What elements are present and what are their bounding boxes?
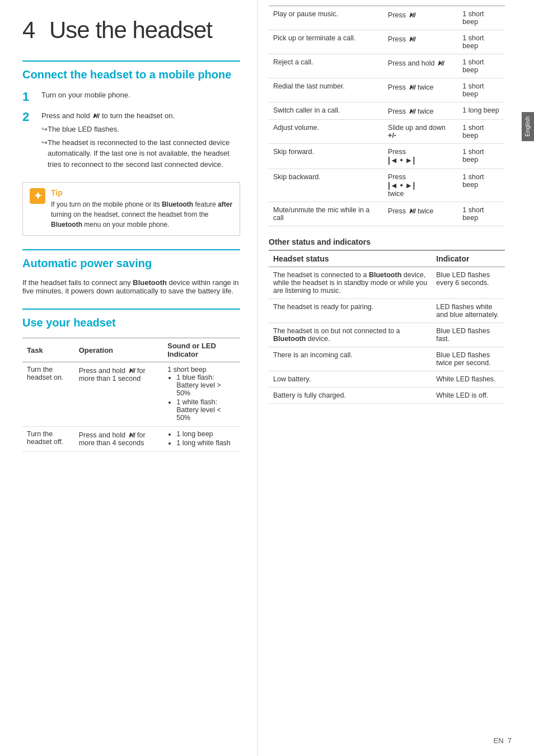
col-operation: Operation [74,338,163,362]
sound-cell: 1 short beep 1 blue flash: Battery level… [163,362,240,427]
action-operation: Press |◄ • ►|twice [383,169,458,202]
task-reject: Reject a call. [273,58,313,66]
indicator-cell: Blue LED flashes fast. [432,323,505,347]
step-1: 1 Turn on your mobile phone. [22,90,240,104]
table-row: Battery is fully charged. White LED is o… [269,388,505,404]
chapter-number: 4 [22,17,35,43]
action-task: Redial the last number. [269,78,383,102]
task-cell: Turn the headset on. [22,362,74,427]
task-skip-bwd: Skip backward. [273,173,321,181]
action-sound: 1 long beep [458,102,505,120]
action-task: Switch caller in a call. [269,102,383,120]
auto-saving-text: If the headset fails to connect any Blue… [22,278,240,295]
table-row: The headset is ready for pairing. LED fl… [269,299,505,323]
btn-icon-step2: ⏯ [92,110,100,122]
sound-skip-bwd: 1 short beep [462,173,484,189]
side-language-tab: English [522,112,534,141]
action-sound: 1 short beep [458,30,505,54]
table-row: The headset is on but not connected to a… [269,323,505,347]
indicator-1: Blue LED flashes every 6 seconds. [436,271,490,287]
status-cell: The headset is on but not connected to a… [269,323,432,347]
action-operation: Press ⏯ twice [383,78,458,102]
sound-skip-fwd: 1 short beep [462,148,484,164]
skip-fwd-icon: |◄ • ►| [388,156,415,165]
sound-play-pause: 1 short beep [462,10,484,26]
operation-turn-off: Press and hold ⏯ for more than 4 seconds [79,431,146,447]
table-row: Adjust volume. Slide up and down +/- 1 s… [269,120,505,144]
sound-cell: 1 long beep 1 long white flash [163,427,240,452]
task-turn-off: Turn the headset off. [27,430,63,446]
tip-icon-area: ✦ [30,188,45,204]
table-row: Play or pause music. Press ⏯ 1 short bee… [269,6,505,30]
step-2-number: 2 [22,110,38,124]
task-play-pause: Play or pause music. [273,10,338,18]
action-task: Reject a call. [269,54,383,78]
tip-header: Tip [51,188,233,197]
auto-saving-text-content: If the headset fails to connect any Blue… [22,278,239,295]
action-sound: 1 short beep [458,6,505,30]
skip-bwd-icon: |◄ • ►| [388,181,415,190]
step-2: 2 Press and hold ⏯ to turn the headset o… [22,110,240,172]
table-row: Skip forward. Press |◄ • ►| 1 short beep [269,144,505,169]
table-row: Reject a call. Press and hold ⏯ 1 short … [269,54,505,78]
op-pickup: Press ⏯ [388,35,415,43]
action-sound: 1 short beep [458,78,505,102]
task-skip-fwd: Skip forward. [273,148,314,156]
right-column: Play or pause music. Press ⏯ 1 short bee… [257,0,522,756]
status-3: The headset is on but not connected to a… [273,327,400,343]
sound-turn-on-item-2: 1 white flash: Battery level < 50% [176,398,236,422]
auto-saving-title: Automatic power saving [22,256,240,270]
status-cell: Battery is fully charged. [269,388,432,404]
status-cell: The headset is ready for pairing. [269,299,432,323]
connect-section-divider [22,60,240,62]
action-task: Adjust volume. [269,120,383,144]
indicator-col-header: Indicator [432,250,505,267]
action-sound: 1 short beep [458,120,505,144]
task-mute: Mute/unmute the mic while in a call [273,206,369,222]
task-pickup: Pick up or terminate a call. [273,34,355,42]
sound-turn-off-list: 1 long beep 1 long white flash [167,430,236,447]
operation-cell: Press and hold ⏯ for more than 1 second [74,362,163,427]
action-operation: Press ⏯ [383,6,458,30]
use-headset-table: Task Operation Sound or LED Indicator Tu… [22,338,240,452]
action-task: Skip backward. [269,169,383,202]
btn-icon-reject: ⏯ [437,58,444,67]
connect-steps-list: 1 Turn on your mobile phone. 2 Press and… [22,90,240,172]
tip-box: ✦ Tip If you turn on the mobile phone or… [22,182,240,236]
sound-volume: 1 short beep [462,124,484,139]
sound-turn-on-item-1: 1 blue flash: Battery level > 50% [176,374,236,397]
use-headset-table-header-row: Task Operation Sound or LED Indicator [22,338,240,362]
btn-icon-play: ⏯ [408,10,416,19]
btn-icon-on: ⏯ [128,366,135,375]
step-2-content: Press and hold ⏯ to turn the headset on.… [41,110,240,172]
op-skip-fwd: Press |◄ • ►| [388,148,415,165]
action-operation: Press ⏯ [383,30,458,54]
other-status-title: Other status and indicators [269,237,505,246]
action-sound: 1 short beep [458,202,505,226]
table-row: Mute/unmute the mic while in a call Pres… [269,202,505,226]
action-table: Play or pause music. Press ⏯ 1 short bee… [269,6,505,226]
step-1-number: 1 [22,90,38,104]
page-footer: EN 7 [493,736,512,745]
table-row: Switch caller in a call. Press ⏯ twice 1… [269,102,505,120]
use-headset-section: Use your headset Task Operation Sound or… [22,309,240,452]
auto-saving-divider [22,249,240,250]
footer-lang: EN [493,736,503,745]
btn-icon-switch: ⏯ [408,106,416,115]
operation-turn-on: Press and hold ⏯ for more than 1 second [79,367,146,382]
indicator-cell: Blue LED flashes every 6 seconds. [432,267,505,299]
btn-icon-mute: ⏯ [408,206,416,215]
status-table-header-row: Headset status Indicator [269,250,505,267]
table-row: Low battery. White LED flashes. [269,371,505,388]
action-sound: 1 short beep [458,54,505,78]
action-sound: 1 short beep [458,169,505,202]
indicator-cell: Blue LED flashes twice per second. [432,347,505,371]
step-2-arrow-2: The headset is reconnected to the last c… [41,137,240,170]
side-tab-label: English [524,116,531,137]
left-column: 4 Use the headset Connect the headset to… [0,0,257,756]
btn-icon-off: ⏯ [128,430,135,439]
action-task: Play or pause music. [269,6,383,30]
op-skip-bwd: Press |◄ • ►|twice [388,173,415,198]
task-cell: Turn the headset off. [22,427,74,452]
tip-icon: ✦ [30,188,45,204]
